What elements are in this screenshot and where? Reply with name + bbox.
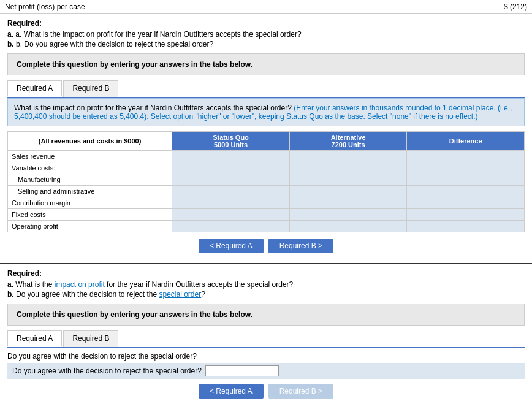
input-diff-sales-revenue[interactable] bbox=[411, 153, 520, 160]
table-row: Operating profit bbox=[8, 221, 525, 232]
tab-required-b-2[interactable]: Required B bbox=[63, 330, 118, 347]
col-alternative: Alternative7200 Units bbox=[289, 132, 407, 151]
net-profit-row: Net profit (loss) per case $ (212) bbox=[0, 0, 532, 14]
tabs-2: Required A Required B bbox=[7, 330, 525, 348]
row-label-manufacturing: Manufacturing bbox=[8, 174, 172, 186]
col-difference: Difference bbox=[407, 132, 525, 151]
row-sq-sales-revenue[interactable] bbox=[172, 151, 290, 162]
input-alt-selling-admin[interactable] bbox=[294, 188, 403, 195]
input-diff-selling-admin[interactable] bbox=[411, 188, 520, 195]
section-1: Required: a. a. What is the impact on pr… bbox=[0, 14, 532, 264]
special-order-link: special order bbox=[159, 290, 201, 299]
required-label-2: Required: bbox=[7, 269, 525, 278]
complete-box-1: Complete this question by entering your … bbox=[7, 53, 525, 75]
input-sq-manufacturing[interactable] bbox=[176, 176, 286, 183]
agree-label: Do you agree with the decision to reject… bbox=[12, 367, 202, 375]
question-a-1: a. a. What is the impact on profit for t… bbox=[7, 30, 525, 39]
input-alt-contribution-margin[interactable] bbox=[294, 199, 403, 207]
row-alt-selling-admin[interactable] bbox=[289, 186, 407, 197]
table-row: Variable costs: bbox=[8, 162, 525, 174]
question-b-2: b. Do you agree with the decision to rej… bbox=[7, 290, 525, 299]
row-diff-selling-admin[interactable] bbox=[407, 186, 525, 197]
data-table-1: (All revenues and costs in $000) Status … bbox=[7, 131, 525, 232]
input-alt-manufacturing[interactable] bbox=[294, 176, 403, 183]
input-diff-fixed-costs[interactable] bbox=[411, 211, 520, 218]
question-a-2: a. What is the impact on profit for the … bbox=[7, 280, 525, 289]
prev-button-2[interactable]: < Required A bbox=[199, 384, 264, 399]
row-sq-manufacturing[interactable] bbox=[172, 174, 290, 186]
row-alt-contribution-margin[interactable] bbox=[289, 197, 407, 209]
agree-row: Do you agree with the decision to reject… bbox=[7, 363, 525, 379]
row-diff-operating-profit[interactable] bbox=[407, 221, 525, 232]
row-alt-manufacturing[interactable] bbox=[289, 174, 407, 186]
row-alt-sales-revenue[interactable] bbox=[289, 151, 407, 162]
row-diff-manufacturing[interactable] bbox=[407, 174, 525, 186]
row-label-fixed-costs: Fixed costs bbox=[8, 209, 172, 221]
question-b-1: b. b. Do you agree with the decision to … bbox=[7, 40, 525, 48]
net-profit-value: $ (212) bbox=[504, 2, 527, 11]
input-diff-contribution-margin[interactable] bbox=[411, 199, 520, 207]
row-alt-fixed-costs[interactable] bbox=[289, 209, 407, 221]
col-status-quo: Status Quo5000 Units bbox=[172, 132, 290, 151]
row-sq-contribution-margin[interactable] bbox=[172, 197, 290, 209]
nav-buttons-1: < Required A Required B > bbox=[7, 239, 525, 253]
table-row: Manufacturing bbox=[8, 174, 525, 186]
net-profit-label: Net profit (loss) per case bbox=[5, 2, 85, 11]
table-wrapper-1: (All revenues and costs in $000) Status … bbox=[7, 131, 525, 232]
next-button-2: Required B > bbox=[268, 384, 333, 399]
row-label-contribution-margin: Contribution margin bbox=[8, 197, 172, 209]
complete-box-2: Complete this question by entering your … bbox=[7, 304, 525, 326]
input-sq-operating-profit[interactable] bbox=[176, 223, 286, 230]
tab-required-a-2[interactable]: Required A bbox=[7, 330, 62, 347]
table-row: Contribution margin bbox=[8, 197, 525, 209]
row-diff-sales-revenue[interactable] bbox=[407, 151, 525, 162]
row-sq-fixed-costs[interactable] bbox=[172, 209, 290, 221]
row-label-variable-costs: Variable costs: bbox=[8, 162, 172, 174]
question-box-2: Do you agree with the decision to reject… bbox=[7, 348, 525, 363]
input-sq-contribution-margin[interactable] bbox=[176, 199, 286, 207]
nav-buttons-2: < Required A Required B > bbox=[7, 384, 525, 399]
row-sq-selling-admin[interactable] bbox=[172, 186, 290, 197]
section-2: Required: a. What is the impact on profi… bbox=[0, 264, 532, 408]
row-label-selling-admin: Selling and administrative bbox=[8, 186, 172, 197]
agree-input[interactable] bbox=[205, 365, 279, 376]
tab-required-a-1[interactable]: Required A bbox=[7, 80, 62, 97]
input-alt-sales-revenue[interactable] bbox=[294, 153, 403, 160]
row-alt-variable-costs bbox=[289, 162, 407, 174]
next-button-1[interactable]: Required B > bbox=[268, 239, 333, 253]
table-header-all: (All revenues and costs in $000) bbox=[8, 132, 172, 151]
input-diff-manufacturing[interactable] bbox=[411, 176, 520, 183]
input-diff-operating-profit[interactable] bbox=[411, 223, 520, 230]
table-row: Sales revenue bbox=[8, 151, 525, 162]
row-label-sales-revenue: Sales revenue bbox=[8, 151, 172, 162]
impact-link: impact on profit bbox=[55, 280, 105, 289]
row-label-operating-profit: Operating profit bbox=[8, 221, 172, 232]
input-alt-fixed-costs[interactable] bbox=[294, 211, 403, 218]
row-alt-operating-profit[interactable] bbox=[289, 221, 407, 232]
input-alt-operating-profit[interactable] bbox=[294, 223, 403, 230]
tabs-1: Required A Required B bbox=[7, 80, 525, 98]
prev-button-1[interactable]: < Required A bbox=[199, 239, 264, 253]
tab-required-b-1[interactable]: Required B bbox=[63, 80, 118, 97]
row-diff-variable-costs bbox=[407, 162, 525, 174]
row-diff-contribution-margin[interactable] bbox=[407, 197, 525, 209]
input-sq-sales-revenue[interactable] bbox=[176, 153, 286, 160]
question-box-text1: What is the impact on profit for the yea… bbox=[14, 104, 294, 112]
required-label-1: Required: bbox=[7, 19, 525, 28]
input-sq-fixed-costs[interactable] bbox=[176, 211, 286, 218]
row-sq-variable-costs bbox=[172, 162, 290, 174]
input-sq-selling-admin[interactable] bbox=[176, 188, 286, 195]
table-row: Selling and administrative bbox=[8, 186, 525, 197]
question-box-1: What is the impact on profit for the yea… bbox=[7, 98, 525, 126]
row-diff-fixed-costs[interactable] bbox=[407, 209, 525, 221]
table-row: Fixed costs bbox=[8, 209, 525, 221]
row-sq-operating-profit[interactable] bbox=[172, 221, 290, 232]
